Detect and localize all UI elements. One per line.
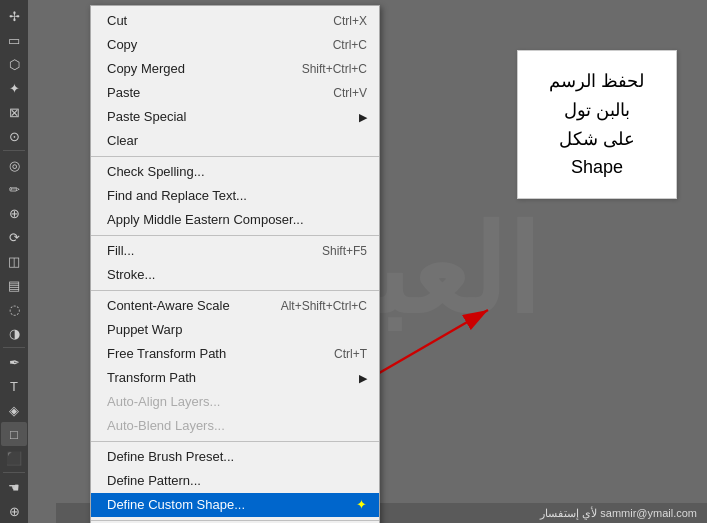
menu-item-arrow-transform-path: ▶ bbox=[359, 368, 367, 388]
menu-item-paste-special[interactable]: Paste Special▶ bbox=[91, 105, 379, 129]
canvas-area: العبيد CutCtrl+XCopyCtrl+CCopy MergedShi… bbox=[28, 0, 707, 523]
menu-item-transform-path[interactable]: Transform Path▶ bbox=[91, 366, 379, 390]
menu-item-copy[interactable]: CopyCtrl+C bbox=[91, 33, 379, 57]
menu-item-label-check-spelling: Check Spelling... bbox=[107, 162, 367, 182]
toolbar-separator-2 bbox=[3, 347, 25, 348]
menu-separator bbox=[91, 235, 379, 236]
menu-item-label-stroke: Stroke... bbox=[107, 265, 367, 285]
left-toolbar: ✢ ▭ ⬡ ✦ ⊠ ⊙ ◎ ✏ ⊕ ⟳ ◫ ▤ ◌ ◑ ✒ T ◈ □ ⬛ ☚ … bbox=[0, 0, 28, 523]
menu-item-shortcut-cut: Ctrl+X bbox=[333, 11, 367, 31]
menu-item-stroke[interactable]: Stroke... bbox=[91, 263, 379, 287]
menu-item-shortcut-copy: Ctrl+C bbox=[333, 35, 367, 55]
menu-item-free-transform[interactable]: Free Transform PathCtrl+T bbox=[91, 342, 379, 366]
marquee-tool[interactable]: ▭ bbox=[1, 28, 27, 52]
menu-item-auto-blend: Auto-Blend Layers... bbox=[91, 414, 379, 438]
toolbar-separator-3 bbox=[3, 472, 25, 473]
blur-tool[interactable]: ◌ bbox=[1, 297, 27, 321]
shape-tool[interactable]: □ bbox=[1, 422, 27, 446]
tooltip-line4: Shape bbox=[530, 153, 664, 182]
lasso-tool[interactable]: ⬡ bbox=[1, 52, 27, 76]
menu-item-label-transform-path: Transform Path bbox=[107, 368, 351, 388]
zoom-tool[interactable]: ⊕ bbox=[1, 499, 27, 523]
menu-item-label-free-transform: Free Transform Path bbox=[107, 344, 314, 364]
tooltip-box: لحفظ الرسم بالبن تول على شكل Shape bbox=[517, 50, 677, 199]
menu-item-label-puppet-warp: Puppet Warp bbox=[107, 320, 367, 340]
history-tool[interactable]: ⟳ bbox=[1, 225, 27, 249]
menu-item-cut[interactable]: CutCtrl+X bbox=[91, 9, 379, 33]
menu-item-label-paste-special: Paste Special bbox=[107, 107, 351, 127]
menu-item-label-copy-merged: Copy Merged bbox=[107, 59, 282, 79]
menu-item-define-pattern[interactable]: Define Pattern... bbox=[91, 469, 379, 493]
menu-item-arrow-paste-special: ▶ bbox=[359, 107, 367, 127]
menu-item-label-middle-eastern: Apply Middle Eastern Composer... bbox=[107, 210, 367, 230]
menu-separator bbox=[91, 156, 379, 157]
tooltip-line3: على شكل bbox=[530, 125, 664, 154]
cursor-icon: ✦ bbox=[356, 495, 367, 515]
menu-item-content-aware[interactable]: Content-Aware ScaleAlt+Shift+Ctrl+C bbox=[91, 294, 379, 318]
tooltip-line1: لحفظ الرسم bbox=[530, 67, 664, 96]
menu-item-label-auto-align: Auto-Align Layers... bbox=[107, 392, 367, 412]
menu-item-label-content-aware: Content-Aware Scale bbox=[107, 296, 261, 316]
menu-item-label-fill: Fill... bbox=[107, 241, 302, 261]
3d-tool[interactable]: ⬛ bbox=[1, 446, 27, 470]
menu-item-find-replace[interactable]: Find and Replace Text... bbox=[91, 184, 379, 208]
menu-item-clear[interactable]: Clear bbox=[91, 129, 379, 153]
wand-tool[interactable]: ✦ bbox=[1, 76, 27, 100]
clone-tool[interactable]: ⊕ bbox=[1, 201, 27, 225]
gradient-tool[interactable]: ▤ bbox=[1, 273, 27, 297]
menu-item-label-cut: Cut bbox=[107, 11, 313, 31]
menu-item-label-auto-blend: Auto-Blend Layers... bbox=[107, 416, 367, 436]
context-menu: CutCtrl+XCopyCtrl+CCopy MergedShift+Ctrl… bbox=[90, 5, 380, 523]
move-tool[interactable]: ✢ bbox=[1, 4, 27, 28]
dodge-tool[interactable]: ◑ bbox=[1, 321, 27, 345]
menu-item-check-spelling[interactable]: Check Spelling... bbox=[91, 160, 379, 184]
footer-email: sammir@ymail.com لأي إستفسار bbox=[540, 507, 697, 520]
menu-separator bbox=[91, 290, 379, 291]
crop-tool[interactable]: ⊠ bbox=[1, 100, 27, 124]
menu-item-middle-eastern[interactable]: Apply Middle Eastern Composer... bbox=[91, 208, 379, 232]
menu-item-label-find-replace: Find and Replace Text... bbox=[107, 186, 367, 206]
menu-item-auto-align: Auto-Align Layers... bbox=[91, 390, 379, 414]
menu-item-fill[interactable]: Fill...Shift+F5 bbox=[91, 239, 379, 263]
eraser-tool[interactable]: ◫ bbox=[1, 249, 27, 273]
path-select-tool[interactable]: ◈ bbox=[1, 398, 27, 422]
menu-item-shortcut-copy-merged: Shift+Ctrl+C bbox=[302, 59, 367, 79]
menu-item-label-define-pattern: Define Pattern... bbox=[107, 471, 367, 491]
menu-item-copy-merged[interactable]: Copy MergedShift+Ctrl+C bbox=[91, 57, 379, 81]
eyedropper-tool[interactable]: ⊙ bbox=[1, 124, 27, 148]
hand-tool[interactable]: ☚ bbox=[1, 475, 27, 499]
menu-item-label-clear: Clear bbox=[107, 131, 367, 151]
menu-item-label-define-brush: Define Brush Preset... bbox=[107, 447, 367, 467]
menu-item-shortcut-free-transform: Ctrl+T bbox=[334, 344, 367, 364]
menu-item-shortcut-fill: Shift+F5 bbox=[322, 241, 367, 261]
tooltip-line2: بالبن تول bbox=[530, 96, 664, 125]
toolbar-separator-1 bbox=[3, 150, 25, 151]
heal-tool[interactable]: ◎ bbox=[1, 153, 27, 177]
menu-item-shortcut-content-aware: Alt+Shift+Ctrl+C bbox=[281, 296, 367, 316]
menu-item-shortcut-paste: Ctrl+V bbox=[333, 83, 367, 103]
menu-item-paste[interactable]: PasteCtrl+V bbox=[91, 81, 379, 105]
menu-item-define-brush[interactable]: Define Brush Preset... bbox=[91, 445, 379, 469]
brush-tool[interactable]: ✏ bbox=[1, 177, 27, 201]
menu-separator bbox=[91, 441, 379, 442]
menu-item-label-copy: Copy bbox=[107, 35, 313, 55]
pen-tool[interactable]: ✒ bbox=[1, 350, 27, 374]
menu-item-puppet-warp[interactable]: Puppet Warp bbox=[91, 318, 379, 342]
menu-item-label-define-custom-shape: Define Custom Shape... bbox=[107, 495, 350, 515]
menu-item-define-custom-shape[interactable]: Define Custom Shape...✦ bbox=[91, 493, 379, 517]
menu-item-label-paste: Paste bbox=[107, 83, 313, 103]
text-tool[interactable]: T bbox=[1, 374, 27, 398]
menu-separator bbox=[91, 520, 379, 521]
